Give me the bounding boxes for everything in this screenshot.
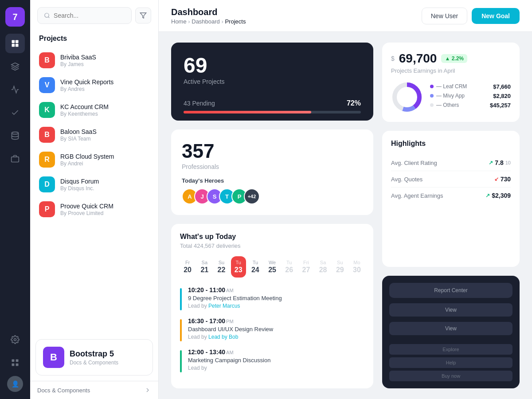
- event-period: PM: [226, 319, 234, 324]
- project-info: Briviba SaaS By James: [60, 54, 96, 67]
- svg-rect-2: [12, 44, 15, 47]
- hero-more: +42: [244, 188, 260, 204]
- highlight-name: Avg. Quotes: [391, 176, 422, 183]
- heroes-avatars: AJSTP+42: [182, 188, 363, 204]
- calendar-day[interactable]: Fri27: [298, 256, 313, 278]
- earnings-amount: $ 69,700 ▲ 2.2%: [391, 51, 511, 66]
- event-lead: Lead by Lead by Bob: [188, 334, 273, 340]
- explore-label[interactable]: Explore: [389, 344, 512, 355]
- project-icon: P: [39, 201, 55, 217]
- highlights-card: Highlights Avg. Client Rating ↗ 7.8 10 A…: [382, 131, 520, 267]
- event-name: Marketing Campaign Discussion: [188, 357, 270, 364]
- calendar-day[interactable]: Sa21: [197, 256, 212, 278]
- view-button-1[interactable]: View: [389, 303, 512, 317]
- legend-item: — Leaf CRM $7,660: [430, 83, 511, 90]
- event-item: 12:00 - 13:40AM Marketing Campaign Discu…: [180, 348, 364, 372]
- svg-rect-0: [12, 40, 15, 43]
- buy-now-label[interactable]: Buy now: [389, 371, 512, 381]
- project-item[interactable]: B Baloon SaaS By SIA Team: [34, 122, 155, 147]
- main-area: Dashboard Home › Dashboard › Projects Ne…: [159, 0, 532, 399]
- calendar-day[interactable]: Su29: [332, 256, 348, 278]
- project-info: RGB Cloud System By Andrei: [60, 153, 114, 167]
- new-user-button[interactable]: New User: [422, 8, 467, 24]
- user-avatar[interactable]: 7: [5, 7, 25, 27]
- event-bar: [180, 319, 182, 341]
- breadcrumb-dashboard[interactable]: Dashboard: [192, 18, 220, 25]
- sidebar-search-area: [30, 0, 158, 31]
- calendar-day[interactable]: Tu24: [248, 256, 263, 278]
- legend-name: — Others: [436, 102, 490, 108]
- day-number: 23: [233, 266, 244, 274]
- legend-dot: [430, 94, 434, 98]
- calendar-day[interactable]: Tu26: [282, 256, 297, 278]
- day-number: 27: [300, 266, 312, 274]
- lead-prefix: Lead by: [188, 334, 208, 340]
- legend-value: $2,820: [493, 93, 511, 99]
- dashboard-icon[interactable]: [5, 34, 25, 53]
- active-projects-label: Active Projects: [184, 78, 361, 85]
- calendar-day[interactable]: Mo30: [349, 256, 364, 278]
- calendar-day[interactable]: We25: [265, 256, 280, 278]
- day-name: Fr: [182, 260, 193, 265]
- calendar-row: Fr20Sa21Su22Tu23Tu24We25Tu26Fri27Sa28Su2…: [180, 256, 364, 278]
- help-label[interactable]: Help: [389, 357, 512, 368]
- event-time: 12:00 - 13:40AM: [188, 348, 270, 356]
- search-icon: [44, 12, 50, 19]
- project-item[interactable]: K KC Account CRM By Keenthemes: [34, 98, 155, 122]
- highlight-number: 7.8: [495, 159, 503, 166]
- lead-name[interactable]: Peter Marcus: [208, 303, 240, 309]
- earnings-legend: — Leaf CRM $7,660 — Mivy App $2,820 — Ot…: [430, 83, 511, 111]
- briefcase-icon[interactable]: [5, 149, 25, 168]
- day-name: Tu: [283, 260, 295, 265]
- search-input[interactable]: [54, 12, 125, 19]
- project-info: Baloon SaaS By SIA Team: [60, 128, 97, 142]
- breadcrumb-projects: Projects: [225, 18, 246, 25]
- check-icon[interactable]: [5, 103, 25, 122]
- project-icon: R: [39, 152, 55, 168]
- svg-rect-8: [16, 360, 19, 362]
- project-name: Baloon SaaS: [60, 128, 97, 135]
- day-number: 29: [334, 266, 346, 274]
- chart-icon[interactable]: [5, 80, 25, 99]
- day-name: We: [266, 260, 278, 265]
- highlight-value: ↗ 7.8 10: [489, 159, 511, 166]
- project-item[interactable]: V Vine Quick Reports By Andres: [34, 73, 155, 98]
- project-item[interactable]: P Proove Quick CRM By Proove Limited: [34, 197, 155, 222]
- day-name: Su: [334, 260, 346, 265]
- project-item[interactable]: D Disqus Forum By Disqus Inc.: [34, 172, 155, 197]
- calendar-day[interactable]: Su22: [214, 256, 229, 278]
- events-list: 10:20 - 11:00AM 9 Degree Project Estimat…: [180, 286, 364, 372]
- project-info: Proove Quick CRM By Proove Limited: [60, 203, 113, 216]
- calendar-day[interactable]: Tu23: [231, 256, 246, 278]
- lead-name[interactable]: Lead by Bob: [208, 334, 238, 340]
- calendar-day[interactable]: Sa28: [316, 256, 331, 278]
- heroes-section: Today's Heroes AJSTP+42: [182, 177, 363, 204]
- project-name: RGB Cloud System: [60, 153, 114, 160]
- new-goal-button[interactable]: New Goal: [472, 8, 520, 24]
- breadcrumb-home[interactable]: Home: [171, 18, 187, 25]
- project-item[interactable]: R RGB Cloud System By Andrei: [34, 147, 155, 172]
- view-button-2[interactable]: View: [389, 322, 512, 335]
- report-center-button[interactable]: Report Center: [389, 283, 512, 298]
- calendar-day[interactable]: Fr20: [180, 256, 195, 278]
- project-icon: V: [39, 77, 55, 93]
- search-box[interactable]: [37, 7, 132, 24]
- professionals-label: Professionals: [182, 163, 363, 170]
- svg-point-4: [12, 132, 19, 134]
- svg-rect-5: [12, 157, 19, 162]
- bootstrap-card[interactable]: B Bootstrap 5 Docs & Components: [35, 339, 153, 376]
- layers-icon[interactable]: [5, 57, 25, 76]
- stack-icon[interactable]: [5, 126, 25, 145]
- project-author: By Andres: [60, 86, 113, 92]
- project-item[interactable]: B Briviba SaaS By James: [34, 48, 155, 73]
- lead-prefix: Lead by: [188, 303, 208, 309]
- legend-value: $45,257: [490, 102, 511, 109]
- professionals-card: 357 Professionals Today's Heroes AJSTP+4…: [171, 129, 373, 215]
- profile-avatar[interactable]: 👤: [7, 376, 23, 392]
- schedule-card: What's up Today Total 424,567 deliveries…: [171, 224, 373, 388]
- filter-button[interactable]: [135, 8, 151, 23]
- event-bar: [180, 288, 182, 310]
- grid-icon[interactable]: [5, 353, 25, 372]
- highlight-name: Avg. Client Rating: [391, 160, 437, 166]
- settings-icon[interactable]: [5, 330, 25, 349]
